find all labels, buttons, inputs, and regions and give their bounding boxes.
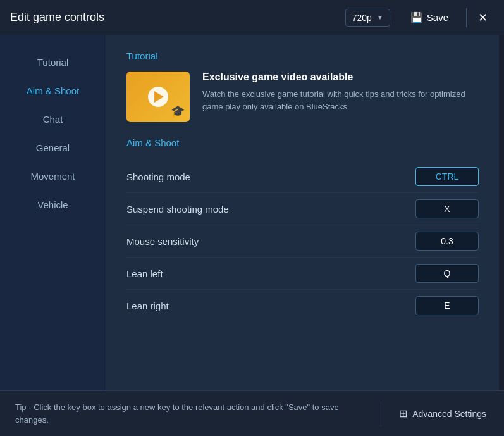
play-icon xyxy=(154,91,164,103)
sidebar: Tutorial Aim & Shoot Chat General Moveme… xyxy=(0,35,106,390)
sidebar-item-chat[interactable]: Chat xyxy=(5,106,101,132)
key-badge[interactable]: 0.3 xyxy=(415,232,479,251)
control-label: Lean left xyxy=(126,268,163,279)
save-label: Save xyxy=(427,12,448,23)
sidebar-item-movement[interactable]: Movement xyxy=(5,163,101,189)
close-button[interactable]: ✕ xyxy=(472,7,494,28)
tutorial-section-title: Tutorial xyxy=(126,51,479,61)
sidebar-item-tutorial[interactable]: Tutorial xyxy=(5,49,101,75)
key-badge[interactable]: X xyxy=(415,199,479,218)
resolution-dropdown[interactable]: 720p ▼ xyxy=(345,9,390,27)
key-badge[interactable]: E xyxy=(415,296,479,315)
presenter-icon: 🎓 xyxy=(171,104,185,118)
control-row: Mouse sensitivity0.3 xyxy=(126,225,479,258)
advanced-settings-button[interactable]: ⊞ Advanced Settings xyxy=(381,408,504,420)
key-badge[interactable]: Q xyxy=(415,264,479,283)
control-label: Suspend shooting mode xyxy=(126,204,229,215)
main-layout: Tutorial Aim & Shoot Chat General Moveme… xyxy=(0,35,504,390)
save-icon: 💾 xyxy=(410,11,423,23)
header-title: Edit game controls xyxy=(10,11,345,24)
save-button[interactable]: 💾 Save xyxy=(403,8,456,27)
scroll-track[interactable] xyxy=(499,35,504,390)
aim-shoot-section-title: Aim & Shoot xyxy=(126,137,479,148)
tutorial-text: Exclusive game video available Watch the… xyxy=(202,72,479,113)
footer: Tip - Click the key box to assign a new … xyxy=(0,390,504,436)
tutorial-thumbnail[interactable]: 🎓 xyxy=(126,72,190,122)
header: Edit game controls 720p ▼ 💾 Save ✕ xyxy=(0,0,504,35)
advanced-settings-label: Advanced Settings xyxy=(412,409,486,419)
controls-list: Shooting modeCTRLSuspend shooting modeXM… xyxy=(126,161,479,321)
sidebar-item-aim-shoot[interactable]: Aim & Shoot xyxy=(5,78,101,104)
dropdown-arrow-icon: ▼ xyxy=(377,14,383,21)
play-button[interactable] xyxy=(148,87,168,107)
control-label: Mouse sensitivity xyxy=(126,236,199,247)
control-row: Shooting modeCTRL xyxy=(126,161,479,193)
control-row: Lean leftQ xyxy=(126,258,479,290)
control-label: Shooting mode xyxy=(126,171,190,182)
control-row: Lean rightE xyxy=(126,290,479,321)
sidebar-item-general[interactable]: General xyxy=(5,135,101,161)
tutorial-card-title: Exclusive game video available xyxy=(202,72,479,83)
resolution-value: 720p xyxy=(352,13,372,23)
key-badge[interactable]: CTRL xyxy=(415,167,479,186)
content-area: Tutorial 🎓 Exclusive game video availabl… xyxy=(106,35,499,390)
sidebar-item-vehicle[interactable]: Vehicle xyxy=(5,192,101,218)
control-label: Lean right xyxy=(126,301,169,311)
control-row: Suspend shooting modeX xyxy=(126,193,479,225)
header-divider xyxy=(466,8,467,27)
tutorial-card-description: Watch the exclusive game tutorial with q… xyxy=(202,88,479,113)
footer-tip: Tip - Click the key box to assign a new … xyxy=(0,401,381,426)
advanced-settings-icon: ⊞ xyxy=(399,408,407,420)
tutorial-card: 🎓 Exclusive game video available Watch t… xyxy=(126,72,479,122)
